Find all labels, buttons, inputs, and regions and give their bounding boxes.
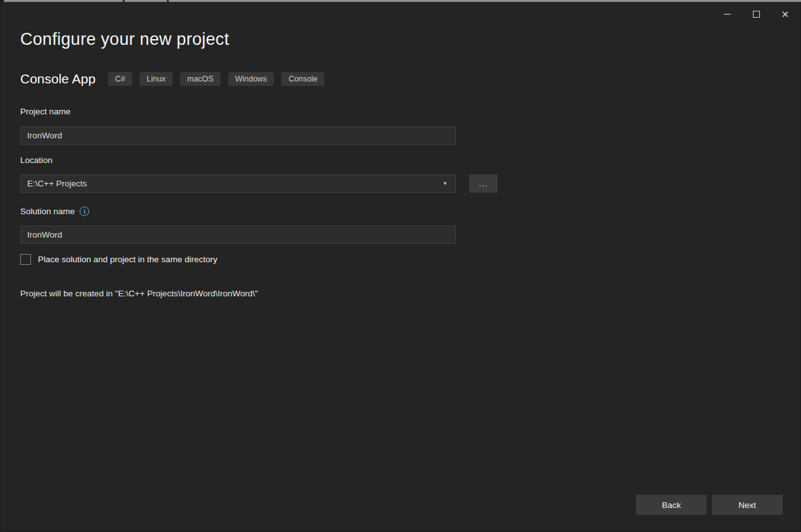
- template-tags: C# Linux macOS Windows Console: [108, 72, 324, 86]
- info-icon[interactable]: i: [80, 207, 89, 216]
- maximize-icon: [753, 11, 760, 18]
- browse-location-button[interactable]: ...: [469, 174, 498, 193]
- tag-console: Console: [281, 72, 324, 86]
- configure-project-dialog: ✕ Configure your new project Console App…: [0, 2, 801, 532]
- template-name: Console App: [20, 71, 95, 87]
- back-button[interactable]: Back: [636, 495, 707, 515]
- next-button[interactable]: Next: [712, 495, 783, 515]
- tag-macos: macOS: [180, 72, 221, 86]
- close-button[interactable]: ✕: [771, 2, 800, 26]
- solution-name-input[interactable]: [20, 226, 456, 244]
- location-label: Location: [20, 155, 52, 165]
- tag-windows: Windows: [228, 72, 274, 86]
- location-value: E:\C++ Projects: [27, 179, 443, 188]
- maximize-button[interactable]: [742, 2, 771, 26]
- same-directory-checkbox-row[interactable]: Place solution and project in the same d…: [20, 254, 217, 265]
- project-name-label: Project name: [20, 107, 71, 116]
- solution-name-label: Solution name i: [20, 207, 89, 216]
- solution-name-label-text: Solution name: [20, 207, 75, 216]
- screen: ✕ Configure your new project Console App…: [0, 0, 801, 532]
- page-title: Configure your new project: [20, 30, 229, 49]
- creation-path-note: Project will be created in "E:\C++ Proje…: [20, 289, 258, 298]
- location-combobox[interactable]: E:\C++ Projects ▼: [20, 174, 456, 193]
- tag-csharp: C#: [108, 72, 132, 86]
- minimize-button[interactable]: [712, 2, 742, 26]
- project-name-input[interactable]: [20, 126, 456, 145]
- tag-linux: Linux: [140, 72, 173, 86]
- minimize-icon: [724, 14, 731, 15]
- chevron-down-icon: ▼: [443, 181, 449, 186]
- close-icon: ✕: [781, 9, 790, 19]
- same-directory-checkbox[interactable]: [20, 254, 31, 265]
- template-header: Console App C# Linux macOS Windows Conso…: [20, 71, 324, 87]
- same-directory-label: Place solution and project in the same d…: [38, 255, 217, 264]
- window-caption-controls: ✕: [712, 2, 800, 26]
